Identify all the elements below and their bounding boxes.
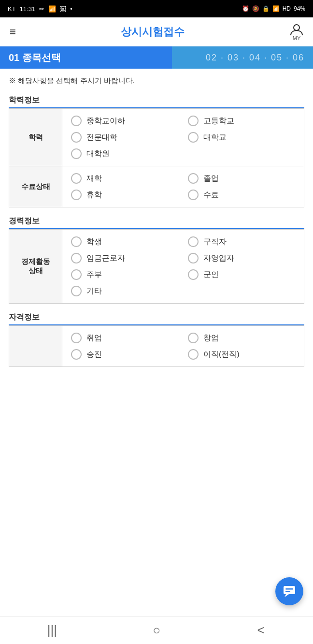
battery-label: 94% [294,5,305,12]
radio-employment[interactable]: 취업 [71,333,178,343]
alarm-icon: ⏰ [242,5,249,12]
chat-icon [282,584,297,599]
radio-university[interactable]: 대학교 [188,132,295,143]
content-area: ※ 해당사항을 선택해 주시기 바랍니다. 학력정보 학력 중학교이하 고등학교 [0,69,313,419]
menu-button[interactable]: ≡ [10,26,16,38]
radio-label: 기타 [86,286,102,296]
svg-rect-4 [285,591,290,592]
nav-home-button[interactable]: ○ [142,621,171,640]
qualification-row-label [9,326,62,367]
radio-selfemployed[interactable]: 자영업자 [188,253,295,263]
section-career-title: 경력정보 [9,216,304,229]
back-icon: ||| [47,623,57,638]
radio-circle [188,253,199,263]
chat-fab-button[interactable] [275,577,303,605]
radio-label: 군인 [203,270,219,280]
radio-circle [71,116,82,126]
step-bar: 01 종목선택 02 · 03 · 04 · 05 · 06 [0,46,313,69]
radio-circle [188,173,199,184]
radio-label: 구직자 [203,237,227,247]
svg-rect-1 [284,586,295,594]
economic-options: 학생 구직자 임금근로자 자영업자 [62,230,304,304]
radio-circle [188,269,199,280]
wifi-icon: 📶 [272,5,280,12]
radio-circle [71,333,82,343]
completion-radio-grid: 재학 졸업 휴학 수료 [71,173,295,200]
status-right: ⏰ 🔕 🔒 📶 HD 94% [242,5,305,12]
radio-label: 승진 [86,350,102,360]
radio-enrolled[interactable]: 재학 [71,173,178,184]
radio-jobseeker[interactable]: 구직자 [188,236,295,247]
radio-circle [71,269,82,280]
radio-housewife[interactable]: 주부 [71,269,178,280]
radio-transfer[interactable]: 이직(전직) [188,349,295,360]
radio-other[interactable]: 기타 [71,286,295,296]
radio-circle [71,173,82,184]
economic-label: 경제활동 상태 [9,230,62,304]
carrier-label: KT [8,5,16,13]
lock-icon: 🔒 [262,5,270,12]
radio-college[interactable]: 전문대학 [71,132,178,143]
radio-high[interactable]: 고등학교 [188,116,295,126]
status-bar: KT 11:31 ✏ 📶 🖼 • ⏰ 🔕 🔒 📶 HD 94% [0,0,313,17]
education-options: 중학교이하 고등학교 전문대학 대학교 [62,109,304,166]
table-row: 경제활동 상태 학생 구직자 임금근로자 [9,230,304,304]
section-career: 경력정보 경제활동 상태 학생 구직자 [9,216,304,304]
radio-circle [71,148,82,159]
education-table: 학력 중학교이하 고등학교 전문대학 [9,108,304,207]
qualification-options: 취업 창업 승진 이직(전직) [62,326,304,367]
radio-circle [71,132,82,143]
radio-label: 휴학 [86,190,102,200]
radio-label: 대학원 [86,149,110,159]
rest-steps-label: 02 · 03 · 04 · 05 · 06 [206,53,304,63]
radio-label: 재학 [86,174,102,184]
radio-label: 중학교이하 [86,116,125,126]
radio-leave[interactable]: 휴학 [71,190,178,200]
completion-label: 수료상태 [9,166,62,207]
svg-rect-3 [285,588,293,590]
nav-prev-button[interactable]: < [246,621,275,640]
radio-label: 수료 [203,190,219,200]
radio-employee[interactable]: 임금근로자 [71,253,178,263]
section-education-title: 학력정보 [9,95,304,108]
table-row: 취업 창업 승진 이직(전직) [9,326,304,367]
hamburger-icon: ≡ [10,26,16,38]
edit-icon: ✏ [39,5,44,13]
radio-military[interactable]: 군인 [188,269,295,280]
user-button[interactable]: MY [290,23,303,41]
section-qualification: 자격정보 취업 창업 [9,312,304,367]
education-radio-grid: 중학교이하 고등학교 전문대학 대학교 [71,116,295,159]
nav-back-button[interactable]: ||| [38,621,67,640]
radio-circle [188,349,199,360]
radio-middle[interactable]: 중학교이하 [71,116,178,126]
radio-label: 전문대학 [86,132,117,143]
mute-icon: 🔕 [252,5,259,12]
notice-text: ※ 해당사항을 선택해 주시기 바랍니다. [9,69,304,90]
section-qualification-title: 자격정보 [9,312,304,325]
status-left: KT 11:31 ✏ 📶 🖼 • [8,5,72,13]
table-row: 수료상태 재학 졸업 휴학 [9,166,304,207]
radio-startup[interactable]: 창업 [188,333,295,343]
radio-circle [71,286,82,296]
radio-grad[interactable]: 대학원 [71,148,295,159]
radio-circle [188,333,199,343]
app-header: ≡ 상시시험접수 MY [0,17,313,46]
radio-completed[interactable]: 수료 [188,190,295,200]
radio-circle [188,116,199,126]
radio-circle [188,236,199,247]
home-icon: ○ [153,623,160,638]
svg-point-0 [294,25,299,30]
radio-graduated[interactable]: 졸업 [188,173,295,184]
radio-student[interactable]: 학생 [71,236,178,247]
image-icon: 🖼 [60,5,66,13]
signal-icon: 📶 [48,5,56,13]
economic-radio-grid: 학생 구직자 임금근로자 자영업자 [71,236,295,296]
section-education: 학력정보 학력 중학교이하 고등학교 [9,95,304,207]
radio-label: 취업 [86,333,102,343]
education-label: 학력 [9,109,62,166]
bottom-navigation: ||| ○ < [0,616,313,644]
my-label: MY [293,35,301,41]
radio-circle [71,236,82,247]
dot-icon: • [70,5,72,13]
radio-promotion[interactable]: 승진 [71,349,178,360]
